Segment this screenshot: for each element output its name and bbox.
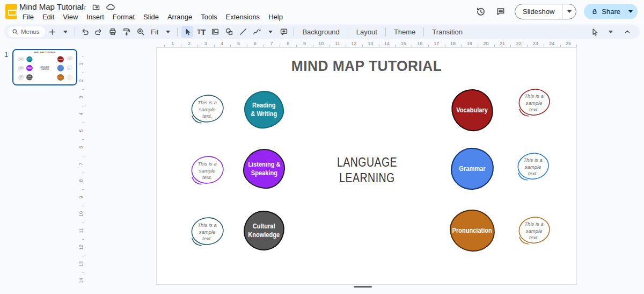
toolbar-divider	[75, 27, 75, 36]
share-dropdown-icon[interactable]	[628, 10, 633, 13]
menus-search[interactable]: Menus	[8, 26, 45, 37]
ruler-number: 7	[78, 161, 84, 167]
canvas-scroll-handle[interactable]	[354, 286, 372, 288]
ruler-number: 13	[368, 41, 373, 46]
line-tool-dropdown[interactable]	[265, 26, 276, 38]
ruler-tick	[428, 45, 429, 47]
ruler-number: 16	[418, 41, 423, 46]
layout-button[interactable]: Layout	[351, 28, 383, 36]
ruler-tick	[280, 45, 280, 47]
slideshow-button[interactable]: Slideshow	[515, 4, 576, 19]
ruler-number: 4	[78, 111, 84, 117]
menu-format[interactable]: Format	[108, 12, 139, 22]
bubble-sample-text-4[interactable]: This is a sample text.	[517, 88, 551, 119]
insert-line-button[interactable]	[237, 26, 249, 38]
ruler-number: 14	[78, 277, 84, 284]
slides-logo[interactable]	[5, 4, 17, 19]
ruler-number: 12	[352, 41, 357, 46]
ruler-number: 10	[78, 211, 84, 217]
comments-icon[interactable]	[494, 5, 507, 18]
undo-button[interactable]	[79, 26, 91, 38]
pointer-options-dropdown[interactable]	[605, 26, 617, 38]
print-button[interactable]	[107, 26, 119, 38]
slide-content[interactable]: MIND MAP TUTORIAL LANGUAGE LEARNING Read…	[156, 47, 577, 285]
insert-image-button[interactable]	[209, 26, 221, 38]
menu-extensions[interactable]: Extensions	[222, 12, 265, 22]
slideshow-dropdown[interactable]	[562, 4, 576, 19]
center-topic-text[interactable]: LANGUAGE LEARNING	[321, 155, 413, 186]
insert-comment-button[interactable]	[278, 26, 290, 38]
node-label: Grammar	[58, 67, 62, 68]
menu-insert[interactable]: Insert	[82, 12, 108, 22]
slide-thumbnail-preview[interactable]: MIND MAP TUTORIAL LANGUAGE LEARNING Read…	[13, 50, 76, 85]
ruler-tick	[461, 45, 462, 47]
ruler-tick	[82, 56, 84, 56]
ruler-number: 12	[78, 244, 84, 250]
new-slide-dropdown[interactable]	[60, 26, 71, 38]
bubble-sample-text-6: This is a sample text.	[67, 75, 72, 80]
node-grammar[interactable]: Grammar	[450, 147, 495, 191]
menu-slide[interactable]: Slide	[139, 12, 163, 22]
slide-title[interactable]: MIND MAP TUTORIAL	[169, 58, 564, 75]
scribble-tool-button[interactable]	[251, 26, 263, 38]
menu-file[interactable]: File	[18, 12, 38, 22]
ruler-number: 24	[549, 41, 554, 46]
node-cultural-knowledge[interactable]: Cultural Knowledge	[243, 210, 286, 252]
ruler-number: 2	[188, 41, 191, 46]
redo-button[interactable]	[93, 26, 105, 38]
node-pronunciation[interactable]: Pronunciation	[449, 209, 496, 253]
menu-view[interactable]: View	[58, 12, 82, 22]
ruler-number: 8	[287, 41, 289, 46]
ruler-number: 4	[221, 41, 223, 46]
share-button[interactable]: Share	[584, 4, 638, 19]
cloud-saved-icon[interactable]	[106, 3, 115, 11]
ruler-number: 9	[303, 41, 306, 46]
menu-tools[interactable]: Tools	[196, 12, 221, 22]
zoom-fit-select[interactable]: Fit	[148, 28, 162, 36]
vertical-ruler: 1234567891011121314	[78, 47, 85, 285]
paint-format-button[interactable]	[121, 26, 133, 38]
text-box-button[interactable]: TT	[195, 26, 207, 38]
ruler-tick	[346, 45, 346, 47]
background-button[interactable]: Background	[297, 28, 345, 36]
bubble-sample-text: This is a sample text.	[189, 155, 225, 187]
zoom-fit-dropdown[interactable]	[162, 26, 174, 38]
document-title[interactable]: Mind Map Tutorial	[19, 2, 83, 11]
bubble-sample-text-6[interactable]: This is a sample text.	[517, 216, 551, 247]
chevron-down-icon	[567, 10, 572, 13]
version-history-icon[interactable]	[474, 5, 487, 18]
zoom-icon[interactable]	[135, 26, 147, 38]
transition-button[interactable]: Transition	[427, 28, 468, 36]
bubble-sample-text-3[interactable]: This is a sample text.	[189, 216, 225, 248]
pointer-options-button[interactable]	[588, 26, 600, 38]
ruler-tick	[164, 45, 165, 47]
ruler-tick	[82, 123, 84, 123]
ruler-number: 22	[516, 41, 522, 46]
ruler-tick	[230, 45, 231, 47]
new-slide-button[interactable]	[46, 26, 58, 38]
node-listening-speaking[interactable]: Listening & Speaking	[242, 148, 286, 190]
ruler-tick	[82, 106, 84, 106]
horizontal-ruler: 1234567891011121314151617181920212223242…	[156, 41, 577, 47]
bubble-sample-text-2[interactable]: This is a sample text.	[189, 155, 225, 187]
bubble-sample-text: This is a sample text.	[189, 216, 225, 248]
menu-help[interactable]: Help	[264, 12, 287, 22]
slide-thumbnail[interactable]: MIND MAP TUTORIAL LANGUAGE LEARNING Read…	[12, 49, 77, 85]
node-vocabulary[interactable]: Vocabulary	[450, 88, 495, 133]
bubble-sample-text-5[interactable]: This is a sample text.	[516, 152, 550, 183]
menu-edit[interactable]: Edit	[38, 12, 58, 22]
star-icon[interactable]: ☆	[79, 2, 86, 12]
insert-shape-button[interactable]	[223, 26, 235, 38]
menu-arrange[interactable]: Arrange	[163, 12, 196, 22]
ruler-number: 6	[78, 144, 84, 150]
ruler-number: 18	[450, 41, 456, 46]
bubble-sample-text-1[interactable]: This is a sample text.	[189, 94, 225, 126]
theme-button[interactable]: Theme	[389, 28, 421, 36]
node-listening-speaking: Listening & Speaking	[26, 65, 33, 71]
move-folder-icon[interactable]	[92, 3, 100, 11]
collapse-toolbar-button[interactable]	[621, 26, 633, 38]
select-tool-button[interactable]	[181, 26, 193, 38]
bubble-sample-text-2: This is a sample text.	[18, 66, 24, 71]
node-reading-writing[interactable]: Reading & Writing	[243, 90, 286, 130]
toolbar-divider	[385, 27, 386, 36]
